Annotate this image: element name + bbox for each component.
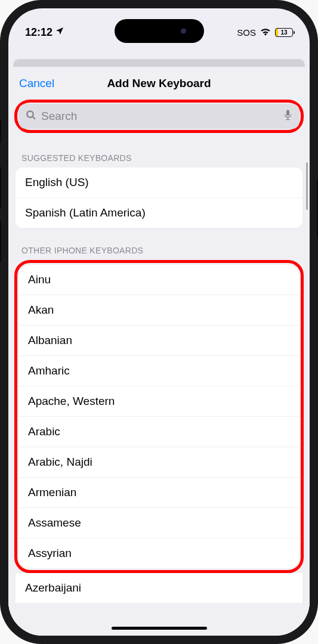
scroll-indicator[interactable] — [306, 162, 308, 210]
list-item[interactable]: Assamese — [18, 508, 300, 538]
list-item[interactable]: Ainu — [18, 265, 300, 295]
phone-frame: 12:12 SOS 13 Cancel Add New Keyboard — [0, 0, 318, 644]
sos-indicator: SOS — [237, 27, 256, 38]
list-item[interactable]: Arabic, Najdi — [18, 447, 300, 478]
list-item[interactable]: Armenian — [18, 478, 300, 508]
volume-up-button — [0, 167, 1, 209]
search-highlight-annotation — [14, 100, 304, 133]
battery-icon: 13 — [275, 28, 293, 37]
location-icon — [55, 26, 64, 39]
suggested-section-label: SUGGESTED KEYBOARDS — [8, 135, 310, 168]
svg-line-1 — [32, 116, 35, 119]
search-bar[interactable] — [18, 104, 300, 129]
list-item[interactable]: Akan — [18, 295, 300, 326]
silent-switch — [0, 119, 1, 143]
add-keyboard-modal: Cancel Add New Keyboard SUGGESTED KEYBOA… — [8, 67, 310, 636]
list-item[interactable]: English (US) — [16, 168, 302, 198]
battery-level: 13 — [280, 29, 287, 36]
list-item[interactable]: Apache, Western — [18, 386, 300, 417]
list-item[interactable]: Arabic — [18, 417, 300, 447]
wifi-icon — [260, 27, 271, 38]
modal-title: Add New Keyboard — [107, 77, 211, 90]
cancel-button[interactable]: Cancel — [19, 77, 54, 90]
home-indicator[interactable] — [112, 627, 207, 630]
svg-point-0 — [27, 111, 33, 117]
svg-rect-2 — [286, 110, 289, 116]
list-item[interactable]: Assyrian — [18, 538, 300, 568]
list-item[interactable]: Albanian — [18, 326, 300, 356]
dynamic-island — [115, 19, 204, 43]
list-item[interactable]: Spanish (Latin America) — [16, 198, 302, 228]
status-time: 12:12 — [25, 26, 53, 39]
other-section-label: OTHER IPHONE KEYBOARDS — [8, 228, 310, 260]
suggested-keyboards-list: English (US) Spanish (Latin America) — [16, 168, 302, 228]
microphone-icon[interactable] — [283, 109, 292, 123]
modal-header: Cancel Add New Keyboard — [8, 67, 310, 97]
other-keyboards-list: Ainu Akan Albanian Amharic Apache, Weste… — [18, 265, 300, 568]
list-highlight-annotation: Ainu Akan Albanian Amharic Apache, Weste… — [14, 260, 304, 573]
volume-down-button — [0, 221, 1, 262]
screen: 12:12 SOS 13 Cancel Add New Keyboard — [8, 8, 310, 636]
keyboard-list-content[interactable]: SUGGESTED KEYBOARDS English (US) Spanish… — [8, 135, 310, 636]
list-item[interactable]: Azerbaijani — [16, 573, 302, 603]
search-input[interactable] — [41, 110, 279, 123]
list-item[interactable]: Amharic — [18, 356, 300, 386]
search-icon — [26, 110, 36, 123]
